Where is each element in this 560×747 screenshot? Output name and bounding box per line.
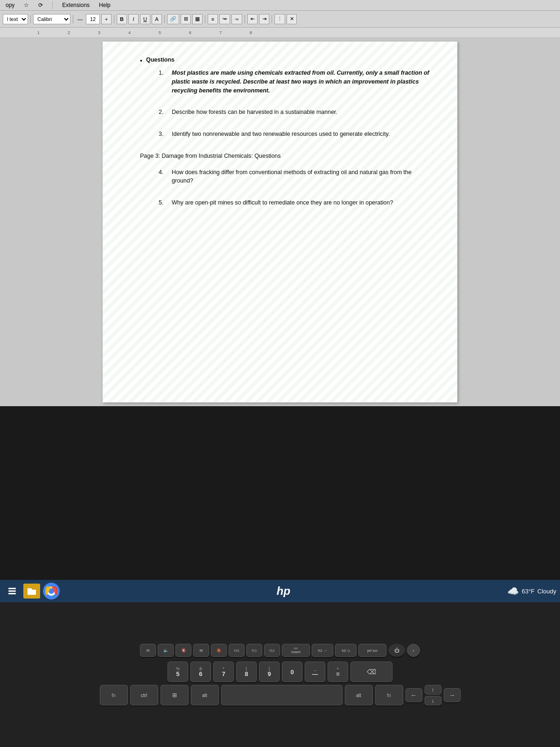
style-select[interactable]: l text (3, 14, 28, 24)
weather-widget: ☁️ 63°F Cloudy (507, 585, 556, 597)
question-5-text: Why are open-pit mines so difficult to r… (172, 198, 429, 207)
bottom-row: fn ctrl ⊞ alt alt fn ← ↑ ↓ → (100, 685, 461, 705)
italic-button[interactable]: I (128, 14, 139, 24)
key-f12[interactable]: f12 (264, 644, 280, 657)
key-ctrl[interactable]: ctrl (130, 685, 158, 705)
menu-item-share[interactable]: ⟳ (36, 1, 45, 9)
more-options[interactable]: ⋮ (274, 14, 285, 24)
questions-header: Questions (146, 56, 175, 64)
key-fn-left[interactable]: fn (100, 685, 128, 705)
key-f6[interactable]: 🔈 (158, 644, 174, 657)
menu-sep (52, 1, 53, 9)
key-space[interactable] (221, 685, 343, 705)
key-insert[interactable]: no insert (282, 644, 310, 657)
key-7[interactable]: * 7 (213, 662, 234, 682)
key-f8[interactable]: f8 (193, 644, 209, 657)
numbering-btn[interactable]: ⩴ (231, 14, 242, 24)
chrome-icon[interactable] (43, 583, 60, 599)
menu-item-star[interactable]: ☆ (22, 1, 31, 9)
list-btn[interactable]: ≔ (219, 14, 230, 24)
key-arrow-right[interactable]: → (444, 688, 461, 702)
ruler-mark-4: 4 (128, 30, 131, 35)
key-f12-wide[interactable]: h2 ◇ (335, 644, 357, 657)
key-arrow-left[interactable]: ← (406, 688, 422, 702)
key-f5[interactable]: f5 (140, 644, 156, 657)
laptop-body: opy ☆ ⟳ Extensions Help l text Calibri (0, 0, 560, 747)
document-page[interactable]: • Questions 1. Most plastics are made us… (103, 42, 457, 402)
arrow-keys-vertical: ↑ ↓ (425, 685, 441, 705)
file-manager-icon[interactable] (23, 584, 40, 599)
ruler: 1 2 3 4 5 6 7 8 (0, 28, 560, 38)
key-win[interactable]: ⊞ (161, 685, 189, 705)
bullet-header: • Questions (140, 56, 429, 66)
ruler-mark-5: 5 (159, 30, 161, 35)
key-arrow-up[interactable]: ↑ (425, 685, 441, 695)
ruler-mark-3: 3 (98, 30, 100, 35)
question-2-number: 2. (159, 108, 168, 117)
weather-temp: 63°F (522, 588, 535, 595)
font-size-input[interactable] (86, 14, 100, 24)
key-power[interactable]: ⏻ (388, 644, 405, 657)
svg-rect-1 (8, 591, 16, 592)
toolbar-sep4 (164, 15, 165, 23)
key-arrow-down[interactable]: ↓ (425, 696, 441, 705)
key-f10[interactable]: f10 (229, 644, 245, 657)
key-f11-wide[interactable]: h1 → (312, 644, 333, 657)
question-4-text: How does fracking differ from convention… (172, 168, 429, 186)
screen-area: opy ☆ ⟳ Extensions Help l text Calibri (0, 0, 560, 406)
toolbar-sep6 (245, 15, 245, 23)
key-minus[interactable]: _ — (305, 662, 325, 682)
question-2-text: Describe how forests can be harvested in… (172, 108, 429, 117)
key-backspace[interactable]: ⌫ (350, 662, 392, 682)
key-6[interactable]: & 6 (190, 662, 211, 682)
key-alt-gr[interactable]: alt (345, 685, 373, 705)
taskbar-center: hp (60, 581, 507, 601)
ruler-marks: 1 2 3 4 5 6 7 8 (37, 30, 252, 35)
question-2: 2. Describe how forests can be harvested… (159, 108, 429, 117)
menu-item-opy[interactable]: opy (4, 1, 16, 9)
ruler-mark-7: 7 (219, 30, 222, 35)
bold-button[interactable]: B (117, 14, 127, 24)
toolbar-sep2 (73, 15, 73, 23)
key-f11[interactable]: f11 (246, 644, 262, 657)
insert-table[interactable]: ▦ (192, 14, 203, 24)
key-equals[interactable]: + = (328, 662, 348, 682)
align-btn1[interactable]: ≡ (208, 14, 218, 24)
key-9[interactable]: ) 9 (259, 662, 280, 682)
key-prtscr[interactable]: prt scr (358, 644, 386, 657)
font-select[interactable]: Calibri (33, 14, 70, 24)
key-8[interactable]: ( 8 (236, 662, 257, 682)
key-dot[interactable]: • (407, 644, 420, 657)
cloud-icon: ☁️ (507, 585, 519, 597)
taskbar-left (4, 583, 60, 599)
strikethrough-button[interactable]: A (152, 14, 162, 24)
svg-rect-2 (8, 593, 16, 594)
key-0[interactable]: 0 (282, 662, 302, 682)
ruler-mark-2: 2 (68, 30, 70, 35)
key-f7[interactable]: 🔇 (175, 644, 191, 657)
toolbar-sep7 (272, 15, 272, 23)
taskview-icon[interactable] (4, 583, 21, 599)
ruler-mark-8: 8 (250, 30, 252, 35)
menu-item-extensions[interactable]: Extensions (60, 1, 91, 9)
indent-increase[interactable]: ⇥ (259, 14, 269, 24)
key-fn-right[interactable]: fn (375, 685, 403, 705)
link-button[interactable]: 🔗 (167, 14, 179, 24)
keyboard-area: f5 🔈 🔇 f8 🔕 f10 f11 f12 no insert h1 → h… (0, 602, 560, 747)
indent-decrease[interactable]: ⇤ (247, 14, 258, 24)
ruler-mark-6: 6 (189, 30, 191, 35)
toolbar: l text Calibri — + B I U A 🔗 (0, 11, 560, 28)
underline-button[interactable]: U (140, 14, 150, 24)
fn-right: no insert h1 → h2 ◇ prt scr ⏻ • (282, 644, 420, 657)
question-1-text: Most plastics are made using chemicals e… (172, 69, 429, 95)
menu-item-help[interactable]: Help (97, 1, 112, 9)
hp-logo: hp (273, 581, 294, 601)
key-5[interactable]: % 5 (168, 662, 188, 682)
question-1: 1. Most plastics are made using chemical… (159, 69, 429, 95)
font-size-increase[interactable]: + (101, 14, 112, 24)
insert-image[interactable]: ⊞ (181, 14, 191, 24)
expand-btn[interactable]: ✕ (287, 14, 297, 24)
key-f9[interactable]: 🔕 (211, 644, 227, 657)
key-alt[interactable]: alt (191, 685, 219, 705)
taskbar: hp ☁️ 63°F Cloudy (0, 580, 560, 602)
